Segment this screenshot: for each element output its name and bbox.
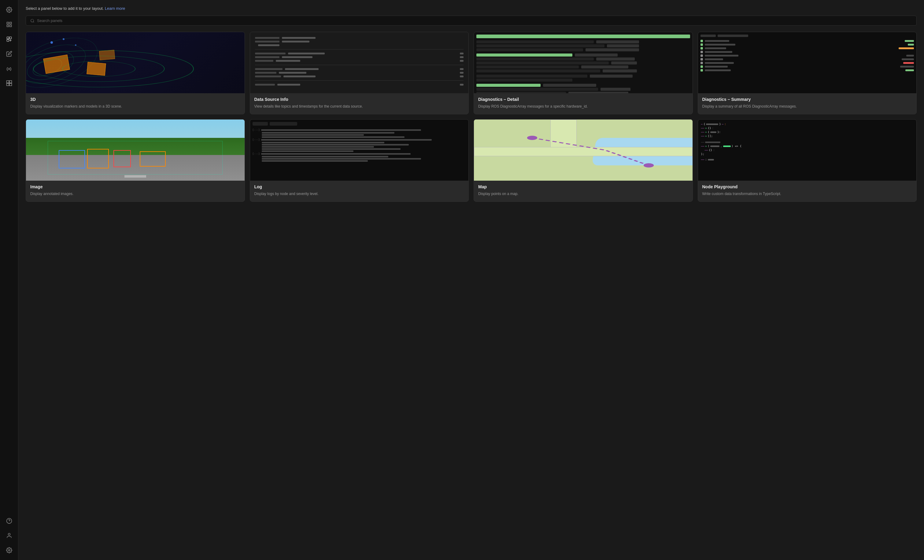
sidebar-item-add-panel[interactable] <box>3 32 16 46</box>
svg-rect-6 <box>9 37 11 39</box>
svg-point-23 <box>527 136 537 140</box>
panel-title-datasource: Data Source Info <box>254 97 465 102</box>
panel-info-diagnostics-detail: Diagnostics – Detail Display ROS Diagnos… <box>474 93 693 114</box>
panel-title-image: Image <box>30 184 240 189</box>
svg-rect-3 <box>7 25 9 27</box>
svg-point-17 <box>8 550 10 551</box>
panel-card-datasource[interactable]: Data Source Info View details like topic… <box>250 32 469 114</box>
panel-card-image[interactable]: Image Display annotated images. <box>26 119 245 202</box>
svg-rect-12 <box>6 84 9 86</box>
svg-rect-13 <box>9 84 12 86</box>
panel-card-3d[interactable]: 3D Display visualization markers and mod… <box>26 32 245 114</box>
panel-info-datasource: Data Source Info View details like topic… <box>250 93 469 114</box>
panel-title-log: Log <box>254 184 465 189</box>
panel-card-node-playground[interactable]: — { } — : —— = {} : —— = { <box>698 119 917 202</box>
panel-desc-map: Display points on a map. <box>478 191 688 196</box>
svg-line-19 <box>33 21 34 22</box>
panel-info-map: Map Display points on a map. <box>474 181 693 201</box>
panel-desc-diagnostics-summary: Display a summary of all ROS DiagnosticA… <box>702 103 912 109</box>
sidebar-item-preferences[interactable] <box>3 544 16 557</box>
svg-point-22 <box>62 61 135 76</box>
svg-point-21 <box>33 56 165 82</box>
sidebar: (x) <box>0 0 18 560</box>
panel-card-log[interactable]: [---] [---] [---] Log Display logs by no… <box>250 119 469 202</box>
panel-desc-datasource: View details like topics and timestamps … <box>254 103 465 109</box>
svg-point-20 <box>26 51 194 87</box>
svg-point-24 <box>644 163 654 168</box>
panel-preview-diag-summary <box>698 32 916 93</box>
search-icon <box>30 19 34 23</box>
sidebar-bottom <box>3 514 16 557</box>
sidebar-item-extensions[interactable] <box>3 76 16 90</box>
panel-desc-diagnostics-detail: Display ROS DiagnosticArray messages for… <box>478 103 688 109</box>
svg-rect-5 <box>7 37 9 39</box>
panel-preview-image <box>26 120 244 181</box>
panel-desc-3d: Display visualization markers and models… <box>30 103 240 109</box>
panel-title-diagnostics-detail: Diagnostics – Detail <box>478 97 688 102</box>
svg-rect-2 <box>9 22 11 24</box>
panel-title-map: Map <box>478 184 688 189</box>
panel-info-diagnostics-summary: Diagnostics – Summary Display a summary … <box>698 93 916 114</box>
sidebar-item-user[interactable] <box>3 529 16 542</box>
panel-title-diagnostics-summary: Diagnostics – Summary <box>702 97 912 102</box>
panel-grid: 3D Display visualization markers and mod… <box>26 32 916 202</box>
svg-rect-4 <box>9 25 11 27</box>
sidebar-item-settings[interactable] <box>3 3 16 16</box>
panel-card-diagnostics-summary[interactable]: Diagnostics – Summary Display a summary … <box>698 32 917 114</box>
search-bar <box>26 16 916 26</box>
panel-preview-3d <box>26 32 244 93</box>
sidebar-item-layout[interactable] <box>3 18 16 31</box>
sidebar-item-variables[interactable]: (x) <box>3 62 16 75</box>
search-input[interactable] <box>37 18 912 23</box>
panel-info-log: Log Display logs by node and severity le… <box>250 181 469 201</box>
header-instruction: Select a panel below to add it to your l… <box>26 6 916 11</box>
svg-point-0 <box>8 9 10 11</box>
svg-rect-1 <box>7 22 9 24</box>
panel-preview-diag-detail <box>474 32 693 93</box>
svg-rect-7 <box>7 39 9 42</box>
panel-info-node-playground: Node Playground Write custom data transf… <box>698 181 916 201</box>
svg-rect-10 <box>6 81 9 83</box>
panel-card-map[interactable]: Map Display points on a map. <box>474 119 693 202</box>
sidebar-item-help[interactable] <box>3 514 16 528</box>
learn-more-link[interactable]: Learn more <box>105 6 125 11</box>
panel-preview-node-playground: — { } — : —— = {} : —— = { <box>698 120 916 181</box>
svg-point-18 <box>31 19 34 22</box>
svg-rect-11 <box>9 81 12 83</box>
panel-info-image: Image Display annotated images. <box>26 181 244 201</box>
main-content: Select a panel below to add it to your l… <box>18 0 924 560</box>
panel-desc-log: Display logs by node and severity level. <box>254 191 465 196</box>
panel-preview-datasource <box>250 32 469 93</box>
panel-info-3d: 3D Display visualization markers and mod… <box>26 93 244 114</box>
svg-point-16 <box>8 533 10 536</box>
sidebar-item-annotate[interactable] <box>3 47 16 60</box>
panel-preview-map <box>474 120 693 181</box>
panel-title-node-playground: Node Playground <box>702 184 912 189</box>
panel-card-diagnostics-detail[interactable]: Diagnostics – Detail Display ROS Diagnos… <box>474 32 693 114</box>
panel-preview-log: [---] [---] [---] <box>250 120 469 181</box>
panel-desc-node-playground: Write custom data transformations in Typ… <box>702 191 912 196</box>
panel-title-3d: 3D <box>30 97 240 102</box>
panel-desc-image: Display annotated images. <box>30 191 240 196</box>
